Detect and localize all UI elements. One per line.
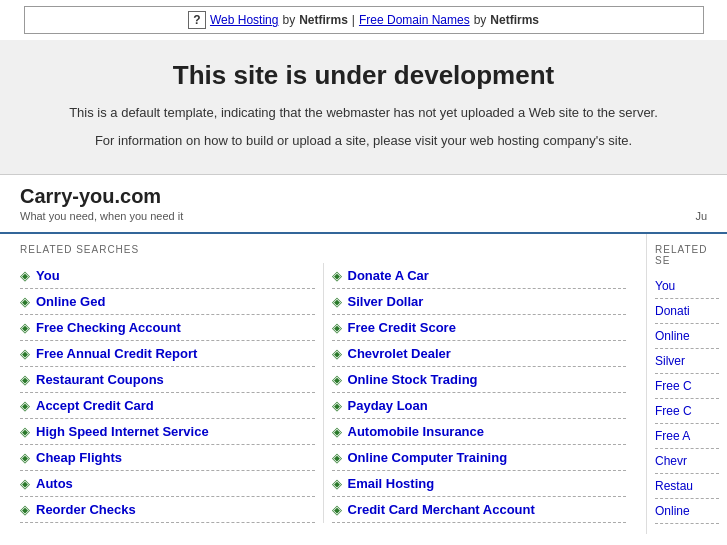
arrow-icon: ◈: [332, 424, 342, 439]
search-link[interactable]: You: [36, 268, 60, 283]
list-item: ◈Email Hosting: [332, 471, 627, 497]
web-hosting-link[interactable]: Web Hosting: [210, 13, 278, 27]
list-item: ◈Chevrolet Dealer: [332, 341, 627, 367]
site-bar: Carry-you.com What you need, when you ne…: [0, 175, 727, 234]
list-item: ◈Restaurant Coupons: [20, 367, 315, 393]
column-divider: [323, 263, 324, 523]
list-item: ◈You: [20, 263, 315, 289]
arrow-icon: ◈: [332, 450, 342, 465]
arrow-icon: ◈: [332, 502, 342, 517]
search-link[interactable]: Reorder Checks: [36, 502, 136, 517]
site-tagline: What you need, when you need it: [20, 210, 183, 222]
list-item: ◈Donate A Car: [332, 263, 627, 289]
search-link[interactable]: Credit Card Merchant Account: [348, 502, 535, 517]
search-link[interactable]: Free Annual Credit Report: [36, 346, 197, 361]
search-link[interactable]: Silver Dollar: [348, 294, 424, 309]
list-item: Free C: [655, 374, 719, 399]
site-name: Carry-you.com: [20, 185, 183, 208]
list-item: Donati: [655, 299, 719, 324]
left-panel: RELATED SEARCHES ◈You◈Online Ged◈Free Ch…: [0, 234, 647, 534]
right-panel: RELATED SE YouDonatiOnlineSilverFree CFr…: [647, 234, 727, 534]
list-item: ◈Credit Card Merchant Account: [332, 497, 627, 523]
arrow-icon: ◈: [20, 320, 30, 335]
search-link[interactable]: Chevr: [655, 454, 687, 468]
related-searches-label: RELATED SEARCHES: [20, 244, 626, 255]
brand2-label: Netfirms: [490, 13, 539, 27]
search-link[interactable]: Online Ged: [36, 294, 105, 309]
page-title: This site is under development: [40, 60, 687, 91]
arrow-icon: ◈: [20, 294, 30, 309]
arrow-icon: ◈: [332, 320, 342, 335]
search-link[interactable]: Autos: [36, 476, 73, 491]
main-header: This site is under development This is a…: [0, 40, 727, 175]
search-link[interactable]: Accept Credit Card: [36, 398, 154, 413]
date-info: Ju: [695, 210, 707, 222]
list-item: ◈Free Annual Credit Report: [20, 341, 315, 367]
list-item: ◈Automobile Insurance: [332, 419, 627, 445]
arrow-icon: ◈: [20, 398, 30, 413]
arrow-icon: ◈: [20, 268, 30, 283]
list-item: ◈Silver Dollar: [332, 289, 627, 315]
list-item: Online: [655, 499, 719, 524]
search-link[interactable]: Free Credit Score: [348, 320, 456, 335]
arrow-icon: ◈: [332, 294, 342, 309]
list-item: Silver: [655, 349, 719, 374]
search-link[interactable]: Donate A Car: [348, 268, 429, 283]
arrow-icon: ◈: [20, 450, 30, 465]
search-link[interactable]: Online: [655, 504, 690, 518]
search-link[interactable]: Silver: [655, 354, 685, 368]
right-search-col: ◈Donate A Car◈Silver Dollar◈Free Credit …: [332, 263, 627, 523]
arrow-icon: ◈: [332, 372, 342, 387]
search-link[interactable]: Restau: [655, 479, 693, 493]
list-item: ◈Cheap Flights: [20, 445, 315, 471]
list-item: Online: [655, 324, 719, 349]
question-icon: ?: [188, 11, 206, 29]
search-link[interactable]: High Speed Internet Service: [36, 424, 209, 439]
site-identity: Carry-you.com What you need, when you ne…: [20, 185, 183, 222]
list-item: ◈Payday Loan: [332, 393, 627, 419]
search-link[interactable]: Cheap Flights: [36, 450, 122, 465]
list-item: ◈Autos: [20, 471, 315, 497]
list-item: ◈Online Computer Training: [332, 445, 627, 471]
search-link[interactable]: Automobile Insurance: [348, 424, 485, 439]
free-domain-link[interactable]: Free Domain Names: [359, 13, 470, 27]
search-link[interactable]: Restaurant Coupons: [36, 372, 164, 387]
top-banner: ? Web Hosting by Netfirms | Free Domain …: [24, 6, 704, 34]
search-link[interactable]: Free Checking Account: [36, 320, 181, 335]
search-link[interactable]: Donati: [655, 304, 690, 318]
list-item: ◈Online Ged: [20, 289, 315, 315]
arrow-icon: ◈: [20, 502, 30, 517]
list-item: Chevr: [655, 449, 719, 474]
arrow-icon: ◈: [332, 346, 342, 361]
list-item: ◈Free Credit Score: [332, 315, 627, 341]
search-columns: ◈You◈Online Ged◈Free Checking Account◈Fr…: [20, 263, 626, 523]
list-item: ◈Reorder Checks: [20, 497, 315, 523]
list-item: Restau: [655, 474, 719, 499]
search-link[interactable]: Payday Loan: [348, 398, 428, 413]
search-link[interactable]: Chevrolet Dealer: [348, 346, 451, 361]
list-item: ◈Free Checking Account: [20, 315, 315, 341]
arrow-icon: ◈: [20, 476, 30, 491]
list-item: Free C: [655, 399, 719, 424]
arrow-icon: ◈: [332, 268, 342, 283]
search-link[interactable]: Free C: [655, 379, 692, 393]
list-item: Free A: [655, 424, 719, 449]
list-item: ◈High Speed Internet Service: [20, 419, 315, 445]
arrow-icon: ◈: [20, 346, 30, 361]
search-link[interactable]: Online: [655, 329, 690, 343]
arrow-icon: ◈: [20, 424, 30, 439]
search-link[interactable]: Online Stock Trading: [348, 372, 478, 387]
arrow-icon: ◈: [332, 476, 342, 491]
list-item: You: [655, 274, 719, 299]
header-line1: This is a default template, indicating t…: [40, 103, 687, 123]
right-related-label: RELATED SE: [655, 244, 719, 266]
search-link[interactable]: Online Computer Training: [348, 450, 508, 465]
list-item: ◈Online Stock Trading: [332, 367, 627, 393]
search-link[interactable]: Free A: [655, 429, 690, 443]
search-link[interactable]: Email Hosting: [348, 476, 435, 491]
search-link[interactable]: You: [655, 279, 675, 293]
brand1-label: Netfirms: [299, 13, 348, 27]
search-link[interactable]: Free C: [655, 404, 692, 418]
list-item: ◈Accept Credit Card: [20, 393, 315, 419]
arrow-icon: ◈: [20, 372, 30, 387]
